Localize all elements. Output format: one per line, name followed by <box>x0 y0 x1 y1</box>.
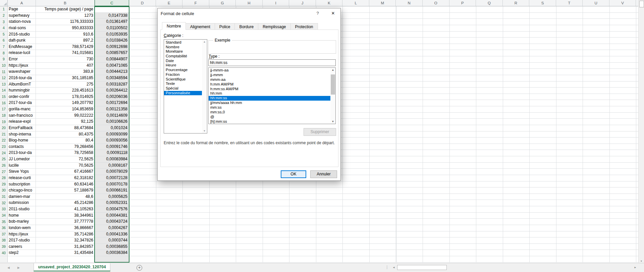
cell-col-b[interactable]: 730 <box>36 56 95 62</box>
cell-col-a[interactable]: submission <box>8 200 36 206</box>
cell-col-a[interactable]: station-nova <box>8 19 36 25</box>
column-header[interactable]: V <box>609 0 636 6</box>
cell-col-b[interactable]: 35,714286 <box>36 231 95 237</box>
column-header[interactable]: J <box>289 0 316 6</box>
tab-scroll-splitter[interactable]: ⋮ <box>385 265 389 270</box>
cell-col-a[interactable]: damien-mar <box>8 194 36 200</box>
row-header[interactable]: 34 <box>0 213 8 219</box>
cell-col-c[interactable]: 0,00264412 <box>95 88 129 94</box>
cell-col-b[interactable]: 48,6 <box>36 194 95 200</box>
type-item[interactable]: h:mm AM/PM <box>209 82 330 87</box>
sheet-nav-right-icon[interactable]: ▶ <box>17 266 20 269</box>
cell-col-a[interactable]: 2017-studio <box>8 237 36 243</box>
cell-col-c[interactable]: 0,0008167 <box>95 163 129 169</box>
cell-col-c[interactable]: 0,00066191 <box>95 187 129 194</box>
row-header[interactable]: 15 <box>0 94 8 100</box>
column-header-b[interactable]: B <box>36 0 95 6</box>
column-header-c-selected[interactable]: C <box>95 0 129 6</box>
category-item[interactable]: Nombre <box>164 45 202 50</box>
cell-col-c[interactable]: 0,00072128 <box>95 175 129 181</box>
cell-col-b[interactable]: Temps passé (page) / page <box>36 6 95 12</box>
delete-button[interactable]: Supprimer <box>304 128 336 136</box>
cell-col-c[interactable]: 0,00093056 <box>95 138 129 144</box>
column-header[interactable]: L <box>342 0 369 6</box>
select-all-corner[interactable] <box>0 0 8 6</box>
add-sheet-button[interactable]: + <box>137 265 142 271</box>
column-header-a[interactable]: A <box>8 0 36 6</box>
cell-col-c[interactable]: 0,00052331 <box>95 200 129 206</box>
cell-col-b[interactable]: 407 <box>36 63 95 69</box>
column-header[interactable]: S <box>529 0 556 6</box>
row-header[interactable]: 30 <box>0 187 8 194</box>
cell-col-c[interactable]: 0,00083984 <box>95 156 129 162</box>
cell-col-b[interactable]: 78,725658 <box>36 150 95 156</box>
row-header[interactable]: 13 <box>0 81 8 88</box>
cell-col-c[interactable]: 0,00093099 <box>95 131 129 138</box>
cell-col-a[interactable]: daft-punk <box>8 38 36 44</box>
scroll-down-icon[interactable]: ▼ <box>330 120 335 123</box>
cell-col-b[interactable]: 104,853659 <box>36 106 95 112</box>
active-sheet-tab[interactable]: unsaved_project_20230420_120704 <box>34 263 110 271</box>
hscroll-left-icon[interactable]: ◄ <box>392 266 395 269</box>
cell-col-b[interactable]: 80,4 <box>36 138 95 144</box>
column-header[interactable]: H <box>236 0 263 6</box>
cell-col-c[interactable]: 0,00091118 <box>95 150 129 156</box>
row-header[interactable]: 12 <box>0 75 8 81</box>
cell-col-a[interactable]: Error <box>8 56 36 62</box>
row-header[interactable]: 22 <box>0 138 8 144</box>
cell-col-c[interactable]: 0,0147338 <box>95 13 129 19</box>
row-header[interactable]: 31 <box>0 194 8 200</box>
cell-col-c[interactable]: 0,00444213 <box>95 69 129 75</box>
cell-col-c[interactable]: 0,00912698 <box>95 44 129 50</box>
row-header[interactable]: 29 <box>0 181 8 187</box>
row-header[interactable]: 7 <box>0 44 8 50</box>
horizontal-scrollbar-thumb[interactable] <box>397 265 447 270</box>
cell-col-c[interactable]: 0,0004267 <box>95 225 129 231</box>
type-item[interactable]: h:mm:ss AM/PM <box>209 87 330 92</box>
cell-col-b[interactable]: 70,5625 <box>36 163 95 169</box>
category-item[interactable]: Personnalisée <box>164 91 202 96</box>
cell-col-c[interactable]: 0,00318287 <box>95 81 129 88</box>
cell-col-b[interactable]: 1176,333333 <box>36 19 95 25</box>
cell-col-b[interactable]: 62,318182 <box>36 175 95 181</box>
row-header[interactable]: 18 <box>0 113 8 119</box>
category-item[interactable]: Comptabilité <box>164 54 202 59</box>
category-item[interactable]: Spécial <box>164 86 202 91</box>
row-header[interactable]: 26 <box>0 163 8 169</box>
cell-col-a[interactable]: release-expl <box>8 119 36 125</box>
cell-col-c[interactable]: 0,00041336 <box>95 231 129 237</box>
row-header[interactable]: 9 <box>0 56 8 62</box>
column-header[interactable]: M <box>369 0 396 6</box>
cell-col-b[interactable]: 99,022222 <box>36 113 95 119</box>
cell-col-c[interactable]: 0,00070178 <box>95 181 129 187</box>
cell-col-b[interactable]: 37,777778 <box>36 219 95 225</box>
cell-col-a[interactable]: shop-interna <box>8 131 36 138</box>
cell-col-a[interactable]: 2017-tour-da <box>8 100 36 106</box>
row-header[interactable]: 32 <box>0 200 8 206</box>
cell-col-c[interactable]: 0,0005625 <box>95 194 129 200</box>
cell-col-a[interactable]: london-wem <box>8 225 36 231</box>
cell-col-b[interactable]: 80,4375 <box>36 131 95 138</box>
cell-col-a[interactable]: chicago-linco <box>8 187 36 194</box>
type-item[interactable]: mm:ss,0 <box>209 110 330 115</box>
cell-col-a[interactable]: subscription <box>8 181 36 187</box>
category-item[interactable]: Date <box>164 59 202 63</box>
category-item[interactable]: Heure <box>164 63 202 68</box>
cell-col-b[interactable]: 149,207792 <box>36 100 95 106</box>
row-header[interactable]: 3 <box>0 19 8 25</box>
row-header[interactable]: 23 <box>0 144 8 150</box>
cell-col-c[interactable]: 0,00206036 <box>95 94 129 100</box>
column-header[interactable]: I <box>263 0 289 6</box>
column-header[interactable]: R <box>503 0 530 6</box>
row-header[interactable]: 17 <box>0 106 8 112</box>
category-item[interactable]: Scientifique <box>164 77 202 82</box>
type-item[interactable]: hh:mm:ss <box>209 96 330 101</box>
row-header[interactable]: 10 <box>0 63 8 69</box>
close-icon[interactable]: ✕ <box>329 10 337 17</box>
vertical-scrollbar-thumb[interactable] <box>639 1 644 7</box>
row-header[interactable]: 24 <box>0 150 8 156</box>
row-header[interactable]: 1 <box>0 6 8 12</box>
type-scrollbar-thumb[interactable] <box>331 74 335 95</box>
cell-col-a[interactable]: 2011-studio <box>8 206 36 212</box>
category-item[interactable]: Texte <box>164 81 202 86</box>
